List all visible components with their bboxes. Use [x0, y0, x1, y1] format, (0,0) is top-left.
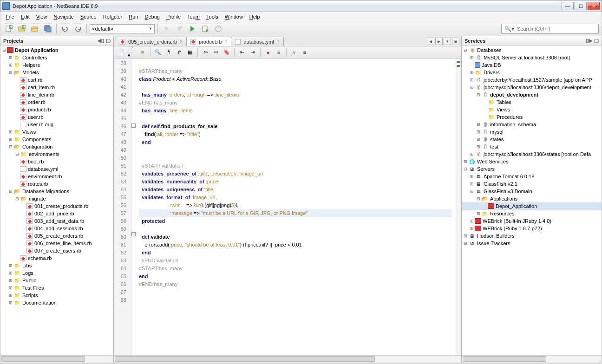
tree-node[interactable]: environment.rb: [0, 173, 113, 180]
tree-node[interactable]: 003_add_test_data.rb: [0, 217, 113, 225]
find-prev-button[interactable]: ↰: [164, 48, 173, 57]
minimize-button[interactable]: —: [562, 2, 574, 10]
undo-button[interactable]: [59, 23, 71, 34]
close-panel-icon[interactable]: ▢: [594, 38, 599, 44]
tree-node[interactable]: ⊞Views: [0, 128, 113, 136]
editor-tab[interactable]: database.yml×: [231, 37, 283, 46]
tree-twisty[interactable]: ⊞: [8, 286, 13, 290]
tree-node[interactable]: Depot_Application: [462, 202, 602, 210]
source-view-button[interactable]: 📄: [117, 48, 126, 57]
close-button[interactable]: ✕: [588, 2, 600, 10]
tree-node[interactable]: line_item.rb: [0, 91, 113, 98]
tree-node[interactable]: ⊞states: [462, 136, 602, 143]
tree-twisty[interactable]: ⊞: [463, 159, 468, 164]
profile-button[interactable]: [213, 23, 224, 34]
close-panel-icon[interactable]: ▢: [106, 38, 111, 44]
error-stripe[interactable]: [455, 58, 461, 355]
tree-node[interactable]: 002_add_price.rb: [0, 210, 113, 217]
menu-view[interactable]: View: [33, 13, 50, 20]
shift-left-button[interactable]: ⇤: [237, 48, 247, 57]
tree-twisty[interactable]: [14, 78, 20, 82]
tree-twisty[interactable]: ⊟: [463, 48, 468, 52]
toggle-highlight-button[interactable]: ▦: [185, 48, 195, 57]
menu-run[interactable]: Run: [126, 13, 141, 20]
tree-twisty[interactable]: [482, 100, 488, 104]
tab-maximize[interactable]: ▣: [452, 38, 459, 45]
tree-twisty[interactable]: ⊟: [8, 189, 13, 194]
tree-twisty[interactable]: ⊟: [476, 92, 481, 97]
tree-node[interactable]: database.yml: [0, 165, 113, 173]
tree-twisty[interactable]: ⊞: [476, 122, 481, 127]
tree-twisty[interactable]: [14, 122, 20, 127]
maximize-button[interactable]: ☐: [575, 2, 587, 10]
tree-twisty[interactable]: ⊟: [476, 196, 481, 201]
tree-twisty[interactable]: [21, 211, 26, 216]
tree-node[interactable]: ⊟Database Migrations: [0, 188, 113, 195]
shift-right-button[interactable]: ⇥: [248, 48, 257, 57]
search-input[interactable]: [517, 26, 595, 32]
tree-twisty[interactable]: ⊞: [14, 152, 20, 156]
tree-twisty[interactable]: ⊞: [469, 182, 475, 186]
tree-twisty[interactable]: ⊞: [469, 70, 475, 75]
tree-node[interactable]: Java DB: [462, 61, 602, 69]
tree-node[interactable]: ⊞WEBrick (Ruby 1.8.7-p72): [462, 225, 602, 232]
tree-node[interactable]: Tables: [462, 98, 602, 106]
tree-node[interactable]: ⊞test: [462, 143, 602, 150]
tree-twisty[interactable]: [14, 159, 20, 164]
new-project-button[interactable]: +: [16, 23, 27, 34]
tree-twisty[interactable]: [21, 248, 26, 253]
tree-node[interactable]: 004_add_sessions.rb: [0, 225, 113, 232]
tree-twisty[interactable]: [14, 167, 20, 171]
tree-node[interactable]: ⊞Resources: [462, 210, 602, 217]
build-button[interactable]: [161, 23, 172, 34]
tree-node[interactable]: ⊞Logs: [0, 269, 113, 277]
tree-twisty[interactable]: [14, 85, 20, 90]
tree-node[interactable]: ⊞Issue Trackers: [462, 240, 602, 247]
tree-node[interactable]: ⊞environments: [0, 150, 113, 158]
tree-twisty[interactable]: ⊞: [469, 152, 475, 156]
menu-tools[interactable]: Tools: [203, 13, 221, 20]
prev-bookmark-button[interactable]: ⇦: [201, 48, 210, 57]
menu-team[interactable]: Team: [184, 13, 203, 20]
tree-node[interactable]: 006_create_line_items.rb: [0, 240, 113, 247]
services-hscroll[interactable]: [462, 355, 602, 363]
tree-twisty[interactable]: ⊞: [8, 137, 13, 142]
tree-node[interactable]: boot.rb: [0, 158, 113, 165]
editor-hscroll[interactable]: [114, 355, 461, 363]
find-next-button[interactable]: ↱: [175, 48, 184, 57]
tree-node[interactable]: schema.rb: [0, 254, 113, 262]
config-select[interactable]: <default>▼: [90, 24, 155, 33]
tree-twisty[interactable]: [21, 234, 26, 238]
tree-node[interactable]: ⊟GlassFish v3 Domain: [462, 188, 602, 195]
menu-source[interactable]: Source: [78, 13, 99, 20]
tree-node[interactable]: ⊟depot_development: [462, 91, 602, 98]
tree-twisty[interactable]: ⊞: [8, 55, 13, 60]
tree-node[interactable]: Views: [462, 106, 602, 113]
tree-node[interactable]: ⊟migrate: [0, 195, 113, 202]
tree-twisty[interactable]: ⊞: [476, 144, 481, 149]
menu-file[interactable]: File: [3, 13, 17, 20]
tree-twisty[interactable]: ⊞: [469, 226, 475, 231]
tree-node[interactable]: ⊞jdbc:mysql://localhost:3306/states [roo…: [462, 150, 602, 158]
tree-node[interactable]: ⊞Web Services: [462, 158, 602, 165]
tree-twisty[interactable]: ⊞: [469, 78, 475, 82]
menu-debug[interactable]: Debug: [142, 13, 162, 20]
tree-twisty[interactable]: ⊞: [463, 241, 468, 246]
tree-node[interactable]: ⊟Databases: [462, 46, 602, 54]
tree-twisty[interactable]: [14, 182, 20, 186]
tree-twisty[interactable]: [21, 219, 26, 223]
tree-twisty[interactable]: ⊞: [8, 271, 13, 275]
tree-twisty[interactable]: [14, 174, 20, 179]
tree-twisty[interactable]: [14, 107, 20, 112]
code-editor[interactable]: 3839404142434445464748495051525354555657…: [114, 58, 461, 355]
nav-back-button[interactable]: ◾: [138, 48, 147, 57]
tree-twisty[interactable]: [482, 107, 488, 112]
tree-twisty[interactable]: ⊟: [8, 70, 13, 75]
close-tab-icon[interactable]: ×: [277, 39, 280, 44]
tree-node[interactable]: ⊞mysql: [462, 128, 602, 136]
tree-node[interactable]: ⊞MySQL Server at localhost:3306 [root]: [462, 54, 602, 61]
tree-node[interactable]: ⊞Drivers: [462, 69, 602, 76]
redo-button[interactable]: [72, 23, 84, 34]
tree-twisty[interactable]: ⊟: [469, 189, 475, 194]
macro-record-button[interactable]: ●: [263, 48, 273, 57]
